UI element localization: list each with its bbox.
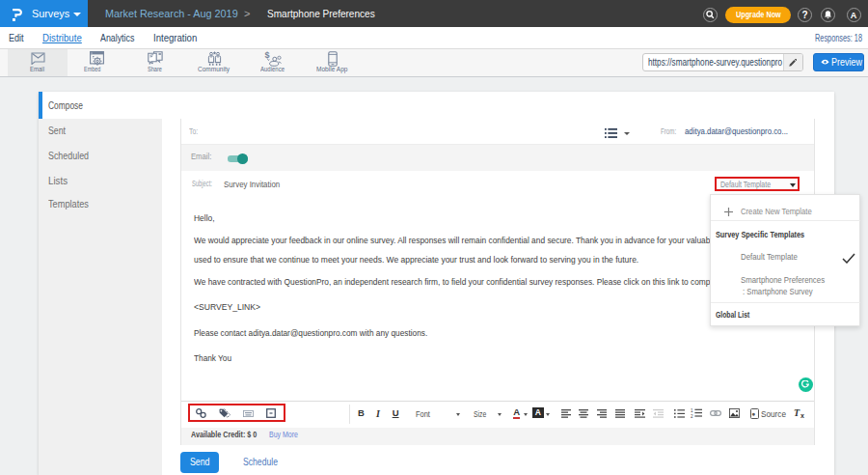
svg-text:2: 2 [691, 414, 693, 418]
svg-text:1: 1 [691, 408, 693, 413]
svg-text:●: ● [751, 410, 755, 417]
svg-text:$: $ [264, 50, 269, 60]
